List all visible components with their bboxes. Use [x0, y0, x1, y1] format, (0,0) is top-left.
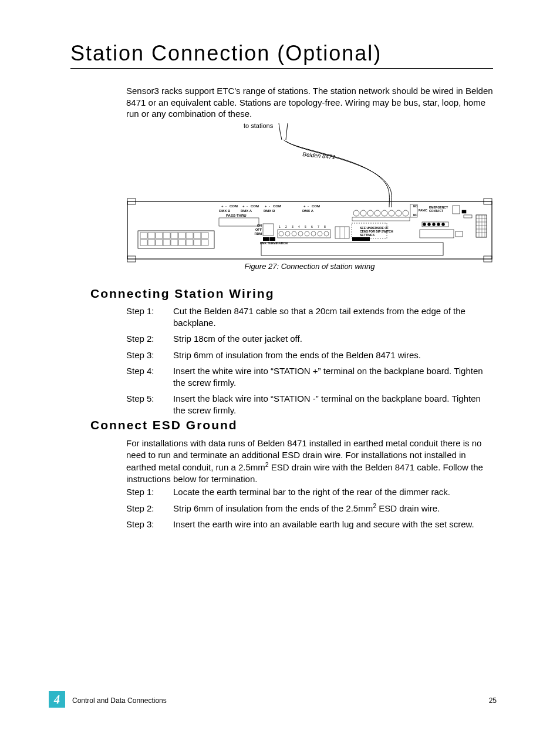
footer-section-name: Control and Data Connections: [72, 696, 167, 705]
heading-connecting-station-wiring: Connecting Station Wiring: [90, 287, 274, 301]
svg-point-93: [433, 223, 436, 226]
title-rule: [70, 68, 493, 69]
svg-text:DMX TERMINATION: DMX TERMINATION: [260, 241, 288, 245]
heading-connect-esd-ground: Connect ESD Ground: [90, 418, 238, 432]
step-label: Step 2:: [126, 503, 173, 514]
chapter-badge: 4: [49, 691, 65, 708]
svg-text:2: 2: [285, 225, 287, 228]
svg-point-53: [292, 231, 296, 236]
step-text: Strip 18cm of the outer jacket off.: [173, 333, 493, 345]
step-row: Step 1:Cut the Belden 8471 cable so that…: [126, 305, 493, 328]
step-text: Locate the earth terminal bar to the rig…: [173, 486, 493, 498]
svg-text:+: +: [242, 204, 245, 208]
step-text: Strip 6mm of insulation from the ends of…: [173, 503, 493, 514]
svg-text:7: 7: [318, 225, 319, 228]
svg-rect-34: [219, 218, 259, 226]
page-title: Station Connection (Optional): [70, 41, 382, 66]
svg-text:PASS-THRU: PASS-THRU: [226, 214, 247, 217]
svg-text:SETTINGS: SETTINGS: [360, 233, 375, 237]
step-label: Step 1:: [126, 305, 173, 328]
svg-text:ON: ON: [257, 224, 262, 227]
svg-text:DMX B: DMX B: [264, 209, 275, 213]
svg-rect-97: [456, 231, 463, 237]
svg-rect-8: [148, 233, 155, 238]
svg-rect-101: [476, 215, 487, 237]
svg-text:PANIC: PANIC: [419, 208, 428, 212]
svg-rect-9: [156, 233, 163, 238]
svg-text:COM: COM: [251, 204, 259, 208]
svg-point-51: [279, 231, 284, 236]
svg-rect-96: [420, 230, 454, 238]
svg-rect-21: [178, 240, 185, 245]
cable-label: Belden 8471: [302, 151, 336, 160]
svg-text:8: 8: [324, 225, 326, 228]
step-row: Step 2:Strip 18cm of the outer jacket of…: [126, 333, 493, 345]
svg-point-74: [382, 210, 387, 216]
svg-point-91: [423, 223, 426, 226]
svg-rect-78: [352, 217, 410, 221]
svg-rect-23: [194, 240, 201, 245]
svg-text:RDM: RDM: [254, 232, 262, 235]
svg-rect-47: [263, 237, 269, 241]
step-label: Step 3:: [126, 519, 173, 530]
svg-text:+: +: [221, 204, 224, 208]
svg-point-71: [360, 210, 366, 216]
footer-page-number: 25: [489, 696, 497, 705]
svg-rect-67: [335, 227, 349, 238]
svg-text:5: 5: [305, 225, 306, 228]
figure-caption: Figure 27: Connection of station wiring: [126, 262, 493, 271]
step-label: Step 4:: [126, 365, 173, 388]
svg-point-92: [428, 223, 431, 226]
svg-text:+: +: [265, 204, 267, 208]
svg-text:-: -: [269, 204, 270, 208]
svg-text:DMX B: DMX B: [219, 209, 231, 213]
svg-text:6: 6: [311, 225, 313, 228]
step-label: Step 5:: [126, 393, 173, 416]
svg-point-95: [442, 223, 445, 226]
svg-point-70: [353, 210, 359, 216]
svg-rect-5: [261, 243, 443, 255]
step-row: Step 3:Strip 6mm of insulation from the …: [126, 349, 493, 361]
svg-rect-100: [464, 215, 472, 218]
steps-section-2: Step 1:Locate the earth terminal bar to …: [126, 486, 493, 535]
svg-rect-7: [140, 233, 147, 238]
svg-rect-22: [186, 240, 193, 245]
esd-intro-paragraph: For installations with data runs of Beld…: [126, 438, 493, 485]
svg-rect-24: [201, 240, 208, 245]
svg-rect-99: [462, 210, 466, 213]
svg-rect-46: [263, 224, 274, 235]
svg-text:COM: COM: [312, 204, 320, 208]
svg-rect-83: [352, 237, 370, 241]
figure-27: to stations Belden 8471: [126, 122, 493, 269]
to-stations-label: to stations: [244, 122, 274, 129]
step-label: Step 1:: [126, 486, 173, 498]
step-text: Insert the black wire into “STATION -” t…: [173, 393, 493, 416]
svg-rect-20: [171, 240, 178, 245]
svg-rect-15: [201, 233, 208, 238]
step-row: Step 4:Insert the white wire into “STATI…: [126, 365, 493, 388]
svg-rect-13: [186, 233, 193, 238]
svg-point-76: [396, 210, 402, 216]
svg-rect-17: [148, 240, 155, 245]
svg-text:1: 1: [279, 225, 281, 228]
step-text: Insert the earth wire into an available …: [173, 519, 493, 530]
step-row: Step 3:Insert the earth wire into an ava…: [126, 519, 493, 530]
svg-rect-12: [178, 233, 185, 238]
step-text: Cut the Belden 8471 cable so that a 20cm…: [173, 305, 493, 328]
svg-rect-48: [269, 237, 275, 241]
svg-text:NO: NO: [413, 204, 418, 208]
step-row: Step 1:Locate the earth terminal bar to …: [126, 486, 493, 498]
svg-text:+: +: [303, 204, 306, 208]
step-label: Step 3:: [126, 349, 173, 361]
svg-text:CONTACT: CONTACT: [429, 209, 443, 213]
svg-point-52: [285, 231, 290, 236]
svg-point-94: [437, 223, 440, 226]
svg-text:-: -: [225, 204, 227, 208]
svg-point-58: [324, 231, 329, 236]
step-text: Insert the white wire into “STATION +” t…: [173, 365, 493, 388]
svg-rect-98: [453, 206, 460, 214]
svg-text:COM: COM: [230, 204, 238, 208]
step-label: Step 2:: [126, 333, 173, 345]
svg-point-73: [375, 210, 380, 216]
steps-section-1: Step 1:Cut the Belden 8471 cable so that…: [126, 305, 493, 420]
